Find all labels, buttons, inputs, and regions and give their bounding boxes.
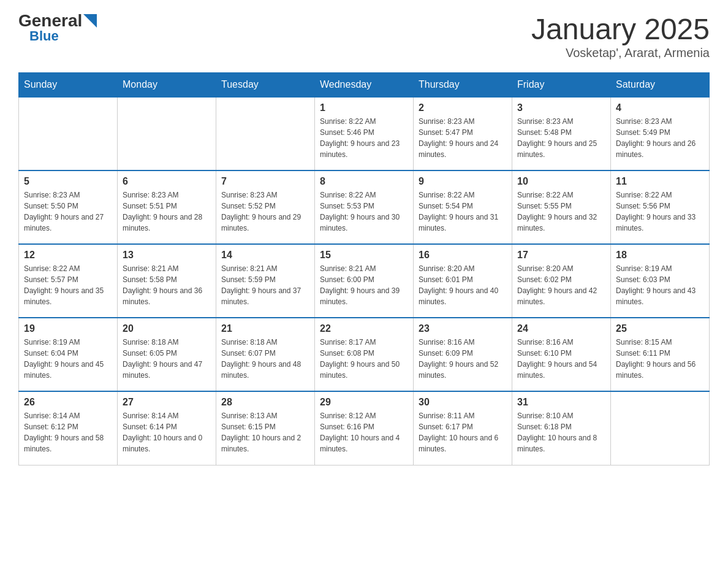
calendar-day-header: Friday xyxy=(512,73,611,98)
calendar-day-cell: 8Sunrise: 8:22 AM Sunset: 5:53 PM Daylig… xyxy=(315,170,414,244)
calendar-day-cell xyxy=(216,97,315,170)
day-number: 31 xyxy=(517,397,605,408)
logo-general-text: General xyxy=(18,12,82,29)
calendar-body: 1Sunrise: 8:22 AM Sunset: 5:46 PM Daylig… xyxy=(19,97,710,465)
calendar-day-cell xyxy=(118,97,216,170)
day-number: 29 xyxy=(320,397,408,408)
calendar-day-cell: 20Sunrise: 8:18 AM Sunset: 6:05 PM Dayli… xyxy=(118,318,216,391)
day-info: Sunrise: 8:22 AM Sunset: 5:56 PM Dayligh… xyxy=(616,190,704,234)
calendar-day-cell: 27Sunrise: 8:14 AM Sunset: 6:14 PM Dayli… xyxy=(118,391,216,465)
day-info: Sunrise: 8:20 AM Sunset: 6:02 PM Dayligh… xyxy=(517,263,605,307)
calendar-day-cell: 5Sunrise: 8:23 AM Sunset: 5:50 PM Daylig… xyxy=(19,170,118,244)
day-number: 14 xyxy=(221,250,309,261)
day-info: Sunrise: 8:20 AM Sunset: 6:01 PM Dayligh… xyxy=(419,263,507,307)
day-number: 12 xyxy=(24,250,112,261)
day-info: Sunrise: 8:21 AM Sunset: 5:58 PM Dayligh… xyxy=(123,263,211,307)
logo-blue-text: Blue xyxy=(29,29,59,43)
calendar-header: SundayMondayTuesdayWednesdayThursdayFrid… xyxy=(19,73,710,98)
day-info: Sunrise: 8:11 AM Sunset: 6:17 PM Dayligh… xyxy=(419,410,507,454)
day-number: 2 xyxy=(419,102,507,113)
calendar-day-cell: 12Sunrise: 8:22 AM Sunset: 5:57 PM Dayli… xyxy=(19,244,118,318)
day-info: Sunrise: 8:12 AM Sunset: 6:16 PM Dayligh… xyxy=(320,410,408,454)
day-number: 15 xyxy=(320,250,408,261)
calendar-day-cell: 17Sunrise: 8:20 AM Sunset: 6:02 PM Dayli… xyxy=(512,244,611,318)
day-info: Sunrise: 8:23 AM Sunset: 5:48 PM Dayligh… xyxy=(517,116,605,160)
day-info: Sunrise: 8:16 AM Sunset: 6:09 PM Dayligh… xyxy=(419,337,507,381)
calendar-day-cell: 1Sunrise: 8:22 AM Sunset: 5:46 PM Daylig… xyxy=(315,97,414,170)
day-number: 6 xyxy=(123,176,211,187)
calendar-day-cell: 10Sunrise: 8:22 AM Sunset: 5:55 PM Dayli… xyxy=(512,170,611,244)
day-number: 18 xyxy=(616,250,704,261)
day-number: 21 xyxy=(221,323,309,334)
calendar-day-cell: 9Sunrise: 8:22 AM Sunset: 5:54 PM Daylig… xyxy=(414,170,512,244)
day-info: Sunrise: 8:21 AM Sunset: 6:00 PM Dayligh… xyxy=(320,263,408,307)
day-number: 5 xyxy=(24,176,112,187)
day-info: Sunrise: 8:13 AM Sunset: 6:15 PM Dayligh… xyxy=(221,410,309,454)
logo: General Blue xyxy=(18,12,97,43)
day-info: Sunrise: 8:23 AM Sunset: 5:47 PM Dayligh… xyxy=(419,116,507,160)
day-info: Sunrise: 8:22 AM Sunset: 5:46 PM Dayligh… xyxy=(320,116,408,160)
day-number: 17 xyxy=(517,250,605,261)
calendar-day-cell: 13Sunrise: 8:21 AM Sunset: 5:58 PM Dayli… xyxy=(118,244,216,318)
title-block: January 2025 Vosketap', Ararat, Armenia xyxy=(531,12,710,60)
day-number: 13 xyxy=(123,250,211,261)
page-title: January 2025 xyxy=(531,12,710,46)
day-info: Sunrise: 8:14 AM Sunset: 6:12 PM Dayligh… xyxy=(24,410,112,454)
day-info: Sunrise: 8:18 AM Sunset: 6:07 PM Dayligh… xyxy=(221,337,309,381)
day-number: 19 xyxy=(24,323,112,334)
day-info: Sunrise: 8:23 AM Sunset: 5:50 PM Dayligh… xyxy=(24,190,112,234)
day-number: 16 xyxy=(419,250,507,261)
day-number: 30 xyxy=(419,397,507,408)
day-number: 25 xyxy=(616,323,704,334)
calendar-day-cell: 18Sunrise: 8:19 AM Sunset: 6:03 PM Dayli… xyxy=(611,244,710,318)
day-number: 10 xyxy=(517,176,605,187)
calendar-day-cell: 2Sunrise: 8:23 AM Sunset: 5:47 PM Daylig… xyxy=(414,97,512,170)
logo-triangle-icon xyxy=(83,14,97,28)
day-number: 22 xyxy=(320,323,408,334)
calendar-day-cell: 7Sunrise: 8:23 AM Sunset: 5:52 PM Daylig… xyxy=(216,170,315,244)
calendar-day-cell: 3Sunrise: 8:23 AM Sunset: 5:48 PM Daylig… xyxy=(512,97,611,170)
calendar-day-cell: 29Sunrise: 8:12 AM Sunset: 6:16 PM Dayli… xyxy=(315,391,414,465)
day-number: 26 xyxy=(24,397,112,408)
calendar-day-cell: 6Sunrise: 8:23 AM Sunset: 5:51 PM Daylig… xyxy=(118,170,216,244)
day-number: 23 xyxy=(419,323,507,334)
day-number: 3 xyxy=(517,102,605,113)
calendar-day-header: Sunday xyxy=(19,73,118,98)
calendar-week-row: 5Sunrise: 8:23 AM Sunset: 5:50 PM Daylig… xyxy=(19,170,710,244)
day-info: Sunrise: 8:15 AM Sunset: 6:11 PM Dayligh… xyxy=(616,337,704,381)
day-info: Sunrise: 8:16 AM Sunset: 6:10 PM Dayligh… xyxy=(517,337,605,381)
day-info: Sunrise: 8:22 AM Sunset: 5:54 PM Dayligh… xyxy=(419,190,507,234)
calendar-week-row: 26Sunrise: 8:14 AM Sunset: 6:12 PM Dayli… xyxy=(19,391,710,465)
day-number: 28 xyxy=(221,397,309,408)
day-info: Sunrise: 8:18 AM Sunset: 6:05 PM Dayligh… xyxy=(123,337,211,381)
svg-marker-0 xyxy=(83,14,97,28)
page-subtitle: Vosketap', Ararat, Armenia xyxy=(531,46,710,60)
calendar-day-header: Thursday xyxy=(414,73,512,98)
calendar-day-cell: 14Sunrise: 8:21 AM Sunset: 5:59 PM Dayli… xyxy=(216,244,315,318)
calendar-day-cell xyxy=(19,97,118,170)
day-info: Sunrise: 8:14 AM Sunset: 6:14 PM Dayligh… xyxy=(123,410,211,454)
calendar-week-row: 12Sunrise: 8:22 AM Sunset: 5:57 PM Dayli… xyxy=(19,244,710,318)
day-info: Sunrise: 8:22 AM Sunset: 5:55 PM Dayligh… xyxy=(517,190,605,234)
day-number: 1 xyxy=(320,102,408,113)
calendar-day-header: Wednesday xyxy=(315,73,414,98)
day-number: 4 xyxy=(616,102,704,113)
day-info: Sunrise: 8:23 AM Sunset: 5:52 PM Dayligh… xyxy=(221,190,309,234)
calendar-day-cell: 28Sunrise: 8:13 AM Sunset: 6:15 PM Dayli… xyxy=(216,391,315,465)
calendar-day-cell: 26Sunrise: 8:14 AM Sunset: 6:12 PM Dayli… xyxy=(19,391,118,465)
calendar-day-cell: 16Sunrise: 8:20 AM Sunset: 6:01 PM Dayli… xyxy=(414,244,512,318)
day-info: Sunrise: 8:23 AM Sunset: 5:51 PM Dayligh… xyxy=(123,190,211,234)
calendar-day-header: Tuesday xyxy=(216,73,315,98)
day-info: Sunrise: 8:21 AM Sunset: 5:59 PM Dayligh… xyxy=(221,263,309,307)
calendar-day-header: Monday xyxy=(118,73,216,98)
day-info: Sunrise: 8:19 AM Sunset: 6:04 PM Dayligh… xyxy=(24,337,112,381)
calendar-day-cell xyxy=(611,391,710,465)
day-info: Sunrise: 8:22 AM Sunset: 5:53 PM Dayligh… xyxy=(320,190,408,234)
day-number: 7 xyxy=(221,176,309,187)
calendar-day-header: Saturday xyxy=(611,73,710,98)
calendar-day-cell: 23Sunrise: 8:16 AM Sunset: 6:09 PM Dayli… xyxy=(414,318,512,391)
calendar-table: SundayMondayTuesdayWednesdayThursdayFrid… xyxy=(18,72,710,465)
day-number: 20 xyxy=(123,323,211,334)
day-info: Sunrise: 8:10 AM Sunset: 6:18 PM Dayligh… xyxy=(517,410,605,454)
day-number: 27 xyxy=(123,397,211,408)
